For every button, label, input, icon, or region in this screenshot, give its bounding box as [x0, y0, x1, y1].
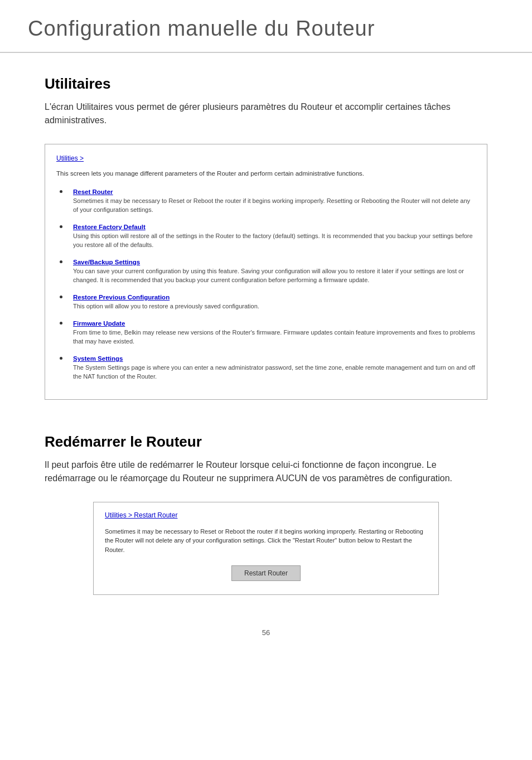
main-content: Utilitaires L'écran Utilitaires vous per…	[0, 53, 532, 617]
item-body-reset-router: Sometimes it may be necessary to Reset o…	[73, 197, 476, 215]
utilities-box: Utilities > This screen lets you manage …	[45, 144, 487, 400]
utilities-section: Utilitaires L'écran Utilitaires vous per…	[45, 75, 487, 400]
item-title-firmware-update[interactable]: Firmware Update	[73, 320, 476, 327]
restart-intro: Il peut parfois être utile de redémarrer…	[45, 458, 487, 485]
utilities-heading: Utilitaires	[45, 75, 487, 93]
item-title-restore-factory[interactable]: Restore Factory Default	[73, 224, 476, 230]
item-body-system-settings: The System Settings page is where you ca…	[73, 364, 476, 381]
item-body-save-backup: You can save your current configuration …	[73, 267, 476, 285]
restart-router-button[interactable]: Restart Router	[231, 565, 301, 581]
utilities-intro: L'écran Utilitaires vous permet de gérer…	[45, 100, 487, 127]
list-item: Save/Backup Settings You can save your c…	[69, 256, 476, 285]
list-item: Reset Router Sometimes it may be necessa…	[69, 186, 476, 215]
restart-button-wrap: Restart Router	[105, 565, 427, 581]
restart-breadcrumb[interactable]: Utilities > Restart Router	[105, 511, 427, 519]
utilities-list: Reset Router Sometimes it may be necessa…	[56, 186, 476, 381]
page-number: 56	[262, 628, 270, 637]
item-title-save-backup[interactable]: Save/Backup Settings	[73, 259, 476, 265]
item-body-restore-previous: This option will allow you to restore a …	[73, 302, 476, 311]
page-footer: 56	[0, 617, 532, 653]
item-title-system-settings[interactable]: System Settings	[73, 355, 476, 362]
utilities-breadcrumb[interactable]: Utilities >	[56, 154, 476, 162]
page-title: Configuration manuelle du Routeur	[28, 17, 504, 41]
list-item: Restore Previous Configuration This opti…	[69, 292, 476, 311]
restart-box-desc: Sometimes it may be necessary to Reset o…	[105, 527, 427, 555]
restart-heading: Redémarrer le Routeur	[45, 433, 487, 451]
list-item: Restore Factory Default Using this optio…	[69, 221, 476, 250]
list-item: System Settings The System Settings page…	[69, 353, 476, 381]
utilities-box-desc: This screen lets you manage different pa…	[56, 169, 476, 178]
restart-box: Utilities > Restart Router Sometimes it …	[93, 502, 439, 596]
item-body-firmware-update: From time to time, Belkin may release ne…	[73, 328, 476, 346]
page-header: Configuration manuelle du Routeur	[0, 0, 532, 53]
item-title-reset-router[interactable]: Reset Router	[73, 188, 476, 195]
restart-section: Redémarrer le Routeur Il peut parfois êt…	[45, 433, 487, 596]
list-item: Firmware Update From time to time, Belki…	[69, 318, 476, 346]
item-title-restore-previous[interactable]: Restore Previous Configuration	[73, 294, 476, 301]
item-body-restore-factory: Using this option will restore all of th…	[73, 232, 476, 250]
